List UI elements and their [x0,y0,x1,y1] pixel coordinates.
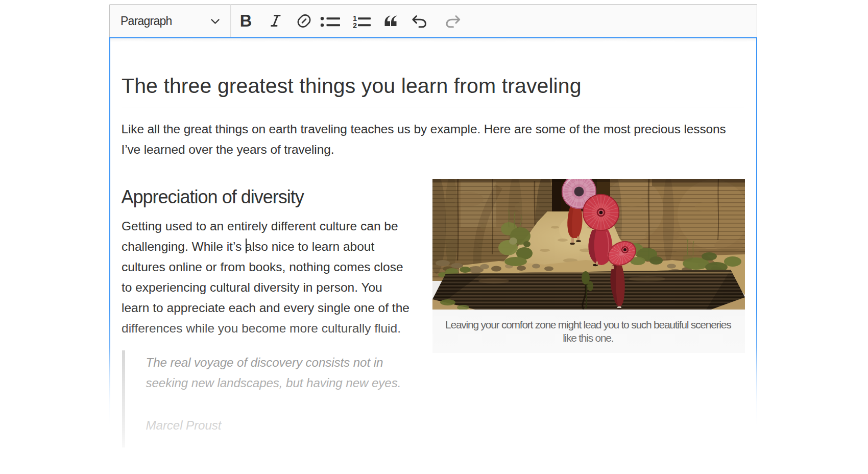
svg-text:2: 2 [353,21,357,30]
svg-text:B: B [239,12,251,30]
